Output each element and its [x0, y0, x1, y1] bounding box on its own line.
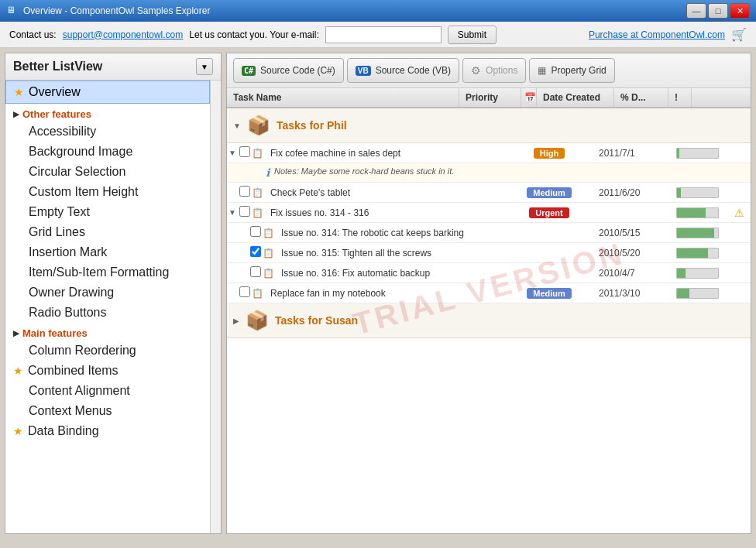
- col-header-date-created[interactable]: Date Created: [537, 88, 614, 107]
- email-link[interactable]: support@componentowl.com: [63, 29, 184, 40]
- grid-icon: ▦: [538, 65, 546, 76]
- task-checkbox[interactable]: [239, 186, 252, 199]
- subtask-icon: 📋: [263, 248, 278, 259]
- subtask-date: 2010/5/20: [596, 248, 673, 259]
- email-input[interactable]: [325, 26, 442, 43]
- submit-button[interactable]: Submit: [448, 26, 497, 44]
- property-grid-button[interactable]: ▦ Property Grid: [529, 58, 614, 83]
- overview-label: Overview: [29, 85, 81, 99]
- section-label: Other features: [22, 108, 91, 120]
- section-label-main: Main features: [22, 327, 88, 339]
- group-expand-arrow[interactable]: ▼: [233, 122, 241, 130]
- task-checkbox[interactable]: [239, 206, 252, 219]
- priority-badge: Medium: [527, 288, 572, 299]
- sidebar-item-data-binding[interactable]: ★ Data Binding: [5, 421, 210, 441]
- task-checkbox[interactable]: [239, 286, 252, 300]
- sidebar-item-combined-items[interactable]: ★ Combined Items: [5, 361, 210, 381]
- sidebar-scrollbar[interactable]: [210, 80, 221, 533]
- list-item: ℹ Notes: Maybe some rock-hard beans stuc…: [227, 163, 751, 183]
- star-icon-data-binding: ★: [13, 425, 23, 437]
- minimize-button[interactable]: —: [686, 3, 706, 19]
- subtask-progress: [673, 228, 727, 238]
- task-name: Fix issues no. 314 - 316: [267, 204, 518, 221]
- subtask-progress: [673, 268, 727, 279]
- sidebar-header: Better ListView ▼: [5, 53, 221, 80]
- subtask-checkbox[interactable]: [250, 246, 263, 259]
- col-header-pct-done[interactable]: % D...: [614, 88, 668, 107]
- source-csharp-label: Source Code (C#): [260, 65, 335, 76]
- expand-icon[interactable]: ▼: [227, 208, 239, 217]
- sidebar-item-circular-selection[interactable]: Circular Selection: [5, 162, 210, 182]
- app-icon: 🖥: [6, 5, 19, 17]
- sidebar-item-context-menus[interactable]: Context Menus: [5, 401, 210, 421]
- task-icon: 📋: [252, 187, 267, 198]
- sidebar-item-background-image[interactable]: Background Image: [5, 142, 210, 162]
- purchase-link[interactable]: Purchase at ComponentOwl.com: [589, 29, 725, 40]
- expand-icon[interactable]: ▼: [227, 149, 239, 157]
- sidebar-item-radio-buttons[interactable]: Radio Buttons: [5, 303, 210, 323]
- priority-badge: Medium: [527, 187, 572, 198]
- csharp-icon: C#: [242, 66, 256, 76]
- subtask-date: 2010/4/7: [596, 268, 673, 279]
- source-code-csharp-button[interactable]: C# Source Code (C#): [233, 58, 344, 83]
- priority-badge: Urgent: [529, 207, 569, 218]
- subtask-icon: 📋: [263, 268, 278, 279]
- vb-icon: VB: [356, 66, 371, 76]
- col-header-task-name[interactable]: Task Name: [227, 88, 459, 107]
- sidebar-item-accessibility[interactable]: Accessibility: [5, 122, 210, 142]
- group-expand-arrow-susan[interactable]: ▶: [233, 317, 239, 325]
- sidebar-dropdown-button[interactable]: ▼: [196, 58, 213, 75]
- task-priority: Urgent: [518, 207, 580, 218]
- sidebar-item-column-reordering[interactable]: Column Reordering: [5, 341, 210, 361]
- toolbar: C# Source Code (C#) VB Source Code (VB) …: [227, 53, 751, 88]
- source-vb-label: Source Code (VB): [376, 65, 451, 76]
- maximize-button[interactable]: □: [708, 3, 728, 19]
- contact-label: Contact us:: [9, 29, 57, 40]
- listview: TRIAL VERSION Task Name Priority 📅 Date …: [227, 88, 751, 533]
- task-progress: [673, 187, 727, 198]
- subtask-name: Issue no. 314: The robotic cat keeps bar…: [278, 224, 518, 241]
- sidebar-item-insertion-mark[interactable]: Insertion Mark: [5, 242, 210, 262]
- sidebar-item-custom-item-height[interactable]: Custom Item Height: [5, 182, 210, 202]
- table-row: 📋 Issue no. 314: The robotic cat keeps b…: [227, 223, 751, 243]
- sidebar-items: ★ Overview ▶ Other features Accessibilit…: [5, 80, 210, 533]
- source-code-vb-button[interactable]: VB Source Code (VB): [347, 58, 459, 83]
- task-icon: 📋: [252, 207, 267, 218]
- triangle-icon: ▶: [13, 110, 19, 118]
- property-grid-label: Property Grid: [551, 65, 606, 76]
- task-progress: [673, 207, 727, 218]
- options-button[interactable]: ⚙ Options: [462, 58, 526, 83]
- col-header-warn[interactable]: !: [668, 88, 692, 107]
- section-other-features[interactable]: ▶ Other features: [5, 104, 210, 122]
- close-button[interactable]: ✕: [730, 3, 750, 19]
- sidebar: Better ListView ▼ ★ Overview ▶ Other fea…: [5, 53, 222, 534]
- subtask-date: 2010/5/15: [596, 228, 673, 238]
- task-priority: High: [518, 148, 580, 159]
- title-bar: 🖥 Overview - ComponentOwl Samples Explor…: [0, 0, 756, 22]
- section-main-features[interactable]: ▶ Main features: [5, 323, 210, 341]
- sidebar-item-item-formatting[interactable]: Item/Sub-Item Formatting: [5, 262, 210, 283]
- sidebar-item-grid-lines[interactable]: Grid Lines: [5, 222, 210, 242]
- sidebar-item-owner-drawing[interactable]: Owner Drawing: [5, 283, 210, 303]
- group-icon: 📦: [247, 115, 270, 136]
- table-row: 📋 Replace fan in my notebook Medium 2011…: [227, 283, 751, 303]
- task-date: 2011/7/1: [596, 148, 673, 159]
- subtask-icon: 📋: [263, 228, 278, 238]
- subtask-checkbox[interactable]: [250, 226, 263, 239]
- task-progress: [673, 148, 727, 159]
- sidebar-item-empty-text[interactable]: Empty Text: [5, 202, 210, 222]
- task-checkbox[interactable]: [239, 146, 252, 159]
- col-header-priority[interactable]: Priority: [459, 88, 521, 107]
- calendar-icon: 📅: [524, 92, 536, 103]
- group-icon-susan: 📦: [246, 310, 269, 331]
- task-name: Fix cofee machine in sales dept: [267, 145, 518, 162]
- sidebar-item-overview[interactable]: ★ Overview: [5, 80, 210, 104]
- email-prompt: Let us contact you. Your e-mail:: [189, 29, 318, 40]
- group-tasks-for-susan: ▶ 📦 Tasks for Susan: [227, 303, 751, 338]
- col-header-calendar-icon[interactable]: 📅: [521, 88, 537, 107]
- list-content: ▼ 📦 Tasks for Phil ▼ 📋 Fix cofee machine…: [227, 108, 751, 338]
- sidebar-item-content-alignment[interactable]: Content Alignment: [5, 381, 210, 401]
- group-title: Tasks for Phil: [277, 119, 347, 132]
- task-progress: [673, 288, 727, 299]
- subtask-checkbox[interactable]: [250, 266, 263, 279]
